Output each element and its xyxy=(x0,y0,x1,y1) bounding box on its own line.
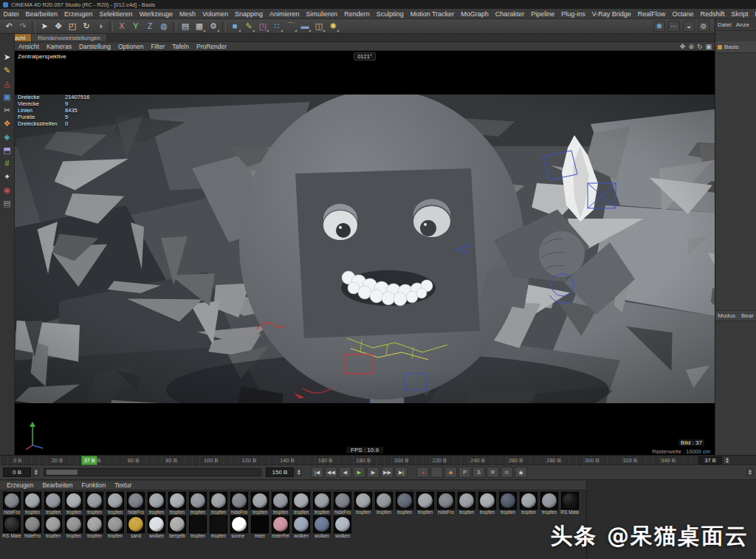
material-item[interactable]: hideFro xyxy=(229,492,250,515)
material-item[interactable]: tropfen xyxy=(539,492,560,515)
material-item[interactable]: tropfen xyxy=(84,515,105,538)
vp-menu-prorender[interactable]: ProRender xyxy=(193,43,230,50)
gem-icon[interactable]: ◈ xyxy=(4,133,10,141)
material-item[interactable]: tropfen xyxy=(270,492,291,515)
vp-menu-darstellung[interactable]: Darstellung xyxy=(75,43,114,50)
tab-rendervoreinstellungen[interactable]: Rendervoreinstellungen xyxy=(32,34,106,41)
add-cube-object[interactable]: ■ xyxy=(228,20,241,32)
pan-view-icon[interactable]: ✥ xyxy=(680,43,686,50)
menu-mograph[interactable]: MoGraph xyxy=(458,10,492,18)
material-item[interactable]: wolken xyxy=(312,515,332,538)
prev-frame-button[interactable]: ◀ xyxy=(339,467,351,478)
viewport[interactable]: Zentralperspektive 0121° Dreiecke2140791… xyxy=(15,51,715,455)
range-start-stepper[interactable] xyxy=(32,468,39,476)
prism-icon[interactable]: ◬ xyxy=(4,80,10,88)
material-item[interactable]: tropfen xyxy=(477,492,498,515)
material-item[interactable]: tropfen xyxy=(188,515,208,538)
record-scale-toggle[interactable]: S xyxy=(472,467,485,478)
redo-button[interactable]: ↷ xyxy=(16,20,30,32)
material-item[interactable]: tropfen xyxy=(43,492,63,515)
camera-object[interactable]: ◫ xyxy=(312,20,326,32)
move-tool[interactable]: ✥ xyxy=(52,20,65,32)
vp-menu-filter[interactable]: Filter xyxy=(147,43,168,50)
menu-plug-ins[interactable]: Plug-ins xyxy=(558,10,589,18)
material-item[interactable]: tropfen xyxy=(456,492,477,515)
scale-tool[interactable]: ◰ xyxy=(66,20,79,32)
material-item[interactable]: sand xyxy=(126,515,146,538)
menu-werkzeuge[interactable]: Werkzeuge xyxy=(136,10,176,18)
prev-key-button[interactable]: ◀◀ xyxy=(325,467,337,478)
material-item[interactable]: tropfen xyxy=(498,492,518,515)
material-item[interactable]: hideFro xyxy=(1,492,22,515)
scissors-icon[interactable]: ✂ xyxy=(4,106,10,114)
frame-stepper[interactable] xyxy=(724,456,730,464)
keyframe-selection-button[interactable]: ◆ xyxy=(444,467,457,478)
vp-menu-tafeln[interactable]: Tafeln xyxy=(168,43,193,50)
record-dot-icon[interactable]: ◉ xyxy=(4,186,11,194)
menu-charakter[interactable]: Charakter xyxy=(492,10,528,18)
preview-range-slider[interactable] xyxy=(44,468,261,476)
material-menu-bearbeiten[interactable]: Bearbeiten xyxy=(38,481,76,489)
menu-bearbeiten[interactable]: Bearbeiten xyxy=(22,10,61,18)
material-item[interactable]: meerFel xyxy=(270,515,291,538)
generator-array[interactable]: ∷ xyxy=(270,20,284,32)
z-axis-lock[interactable]: Z xyxy=(143,20,157,32)
menu-octane[interactable]: Octane xyxy=(669,10,697,18)
material-item[interactable]: tropfen xyxy=(63,515,84,538)
material-item[interactable]: tropfen xyxy=(208,492,229,515)
material-item[interactable]: hideFro xyxy=(436,492,456,515)
timeline-ruler[interactable]: 0 B20 B40 B60 B80 B100 B120 B140 B160 B1… xyxy=(0,455,756,465)
menu-fenster[interactable]: Fenster xyxy=(752,10,756,18)
mirror-icon[interactable]: ▣ xyxy=(3,93,10,101)
rotate-view-icon[interactable]: ↻ xyxy=(697,43,703,50)
zoom-view-icon[interactable]: ⊕ xyxy=(688,43,694,50)
menu-mesh[interactable]: Mesh xyxy=(176,10,199,18)
record-parameter-toggle[interactable]: ⊙ xyxy=(501,467,513,478)
material-item[interactable]: tropfen xyxy=(394,492,415,515)
record-pla-toggle[interactable]: ◉ xyxy=(515,467,527,478)
interface-gear-icon[interactable]: ⚙ xyxy=(698,21,709,32)
om-menu-datei[interactable]: Datei xyxy=(718,21,732,28)
material-item[interactable]: hideFro xyxy=(22,515,43,538)
menu-pipeline[interactable]: Pipeline xyxy=(528,10,558,18)
menu-redshift[interactable]: Redshift xyxy=(697,10,728,18)
pen-icon[interactable]: ✎ xyxy=(4,66,10,75)
material-item[interactable]: RS Mate xyxy=(1,515,22,538)
subdivision-surface[interactable]: ◳ xyxy=(256,20,269,32)
render-settings-button[interactable]: ⚙ xyxy=(207,20,220,32)
material-item[interactable]: wolken xyxy=(146,515,167,538)
material-item[interactable]: tropfen xyxy=(374,492,394,515)
spark-icon[interactable]: ✦ xyxy=(4,173,10,181)
material-item[interactable]: tropfen xyxy=(250,492,270,515)
material-item[interactable]: tropfen xyxy=(167,492,188,515)
bucket-icon[interactable]: ⬒ xyxy=(3,146,10,154)
material-item[interactable]: tropfen xyxy=(415,492,436,515)
menu-volumen[interactable]: Volumen xyxy=(199,10,232,18)
dots-menu-icon[interactable]: ⋯ xyxy=(668,21,680,32)
material-item[interactable]: tropfen xyxy=(518,492,539,515)
floor-environment[interactable]: ▬ xyxy=(298,20,312,32)
pointer-icon[interactable]: ➤ xyxy=(4,53,10,61)
material-item[interactable]: tropfen xyxy=(105,515,126,538)
menu-erzeugen[interactable]: Erzeugen xyxy=(61,10,97,18)
display-toggle-icon[interactable]: ◒ xyxy=(683,21,695,32)
menu-motion-tracker[interactable]: Motion Tracker xyxy=(407,10,458,18)
render-view-button[interactable]: ▤ xyxy=(179,20,192,32)
deformer-bend[interactable]: ⌒ xyxy=(284,20,298,32)
live-selection-tool[interactable]: ➤ xyxy=(38,20,51,32)
menu-simulieren[interactable]: Simulieren xyxy=(303,10,341,18)
menu-skript[interactable]: Skript xyxy=(728,10,752,18)
material-item[interactable]: tropfen xyxy=(63,492,84,515)
material-item[interactable]: wolken xyxy=(291,515,312,538)
material-item[interactable]: tropfen xyxy=(84,492,105,515)
next-frame-button[interactable]: ▶ xyxy=(367,467,379,478)
object-item-basis[interactable]: Basis xyxy=(715,41,756,53)
material-menu-textur[interactable]: Textur xyxy=(111,481,135,489)
next-key-button[interactable]: ▶▶ xyxy=(381,467,394,478)
menu-rendern[interactable]: Rendern xyxy=(341,10,374,18)
menu-realflow[interactable]: RealFlow xyxy=(634,10,669,18)
menu-selektieren[interactable]: Selektieren xyxy=(96,10,136,18)
material-item[interactable]: tropfen xyxy=(105,492,126,515)
material-item[interactable]: tropfen xyxy=(291,492,312,515)
coordinate-system[interactable]: ◍ xyxy=(157,20,171,32)
